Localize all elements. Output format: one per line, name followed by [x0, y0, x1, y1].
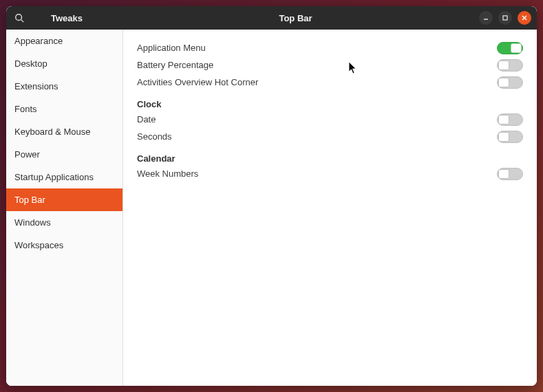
page-title: Top Bar [123, 13, 468, 23]
toggle-knob [498, 132, 509, 142]
section-clock: Clock DateSeconds [137, 99, 523, 145]
sidebar-item-startup-applications[interactable]: Startup Applications [6, 166, 123, 188]
minimize-icon [482, 14, 489, 21]
window-controls [479, 6, 531, 30]
toggle-knob [511, 43, 522, 53]
toggle-application-menu[interactable] [497, 42, 523, 54]
toggle-week-numbers[interactable] [497, 168, 523, 180]
toggle-knob [498, 115, 509, 124]
sidebar-item-label: Power [14, 149, 40, 160]
toggle-activities-hot-corner[interactable] [497, 76, 523, 89]
sidebar-item-label: Desktop [14, 58, 47, 69]
setting-row-application-menu: Application Menu [137, 39, 523, 56]
sidebar-item-keyboard-mouse[interactable]: Keyboard & Mouse [6, 120, 123, 143]
sidebar-item-label: Extensions [14, 81, 58, 91]
titlebar[interactable]: Tweaks Top Bar [6, 6, 537, 30]
minimize-button[interactable] [479, 11, 493, 25]
setting-row-battery-percentage: Battery Percentage [137, 56, 523, 74]
section-title-clock: Clock [137, 99, 523, 109]
svg-point-0 [16, 14, 22, 21]
window-body: AppearanceDesktopExtensionsFontsKeyboard… [6, 30, 537, 386]
svg-rect-3 [503, 16, 507, 20]
content-area: Application MenuBattery PercentageActivi… [123, 30, 537, 386]
section-calendar: Calendar Week Numbers [137, 153, 523, 182]
titlebar-left: Tweaks [6, 6, 123, 30]
sidebar-item-power[interactable]: Power [6, 143, 123, 166]
setting-label-date: Date [137, 114, 156, 124]
sidebar-item-label: Keyboard & Mouse [14, 127, 91, 137]
close-button[interactable] [518, 11, 531, 25]
svg-line-1 [21, 20, 24, 23]
sidebar-item-label: Appearance [14, 36, 63, 46]
setting-row-activities-hot-corner: Activities Overview Hot Corner [137, 74, 523, 91]
sidebar-item-label: Fonts [14, 104, 37, 114]
toggle-knob [498, 169, 509, 179]
section-general: Application MenuBattery PercentageActivi… [137, 39, 523, 91]
setting-label-application-menu: Application Menu [137, 43, 206, 53]
sidebar-item-label: Startup Applications [14, 172, 94, 182]
maximize-icon [502, 14, 509, 21]
toggle-knob [498, 61, 509, 70]
toggle-date[interactable] [497, 113, 523, 126]
sidebar-item-label: Windows [14, 217, 51, 228]
toggle-battery-percentage[interactable] [497, 59, 523, 72]
setting-row-seconds: Seconds [137, 128, 523, 145]
setting-label-battery-percentage: Battery Percentage [137, 60, 213, 70]
setting-row-week-numbers: Week Numbers [137, 165, 523, 182]
close-icon [521, 14, 528, 21]
toggle-seconds[interactable] [497, 131, 523, 143]
window: Tweaks Top Bar AppearanceDesktopExtensio… [6, 6, 537, 386]
setting-label-week-numbers: Week Numbers [137, 168, 198, 179]
search-button[interactable] [9, 6, 30, 30]
section-title-calendar: Calendar [137, 153, 523, 164]
app-title: Tweaks [30, 13, 104, 23]
sidebar-item-desktop[interactable]: Desktop [6, 52, 123, 75]
setting-label-seconds: Seconds [137, 131, 172, 142]
sidebar-item-label: Workspaces [14, 240, 63, 250]
sidebar: AppearanceDesktopExtensionsFontsKeyboard… [6, 30, 123, 386]
setting-row-date: Date [137, 111, 523, 128]
toggle-knob [498, 78, 509, 87]
sidebar-item-label: Top Bar [14, 195, 45, 205]
sidebar-item-top-bar[interactable]: Top Bar [6, 188, 123, 211]
maximize-button[interactable] [498, 11, 512, 25]
sidebar-item-windows[interactable]: Windows [6, 211, 123, 234]
sidebar-item-appearance[interactable]: Appearance [6, 30, 123, 52]
sidebar-item-extensions[interactable]: Extensions [6, 75, 123, 98]
setting-label-activities-hot-corner: Activities Overview Hot Corner [137, 77, 258, 87]
sidebar-item-workspaces[interactable]: Workspaces [6, 234, 123, 257]
search-icon [14, 13, 24, 23]
sidebar-item-fonts[interactable]: Fonts [6, 98, 123, 120]
